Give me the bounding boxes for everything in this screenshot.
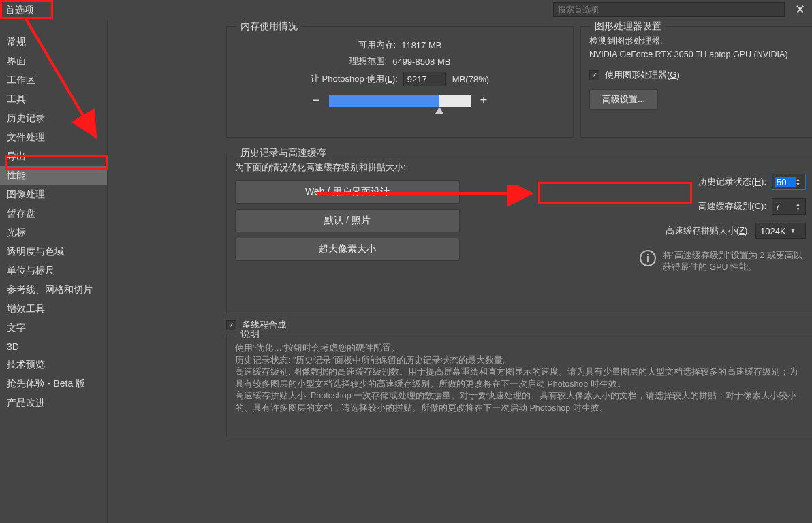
ideal-value: 6499-8508 MB — [392, 57, 450, 67]
sidebar-item[interactable]: 光标 — [0, 223, 107, 242]
arrow-annotation-icon — [14, 14, 116, 157]
desc-line1: 使用"优化…"按钮时会考虑您的硬件配置。 — [235, 343, 806, 355]
description-title: 说明 — [236, 328, 264, 340]
memory-usage-group: 内存使用情况 可用内存: 11817 MB 理想范围: 6499-8508 MB… — [226, 26, 574, 138]
arrow-annotation-icon — [313, 185, 545, 206]
memory-slider[interactable] — [329, 95, 471, 107]
use-gpu-label: 使用图形处理器(G) — [605, 69, 680, 81]
sidebar-item[interactable]: 参考线、网格和切片 — [0, 281, 107, 300]
svg-line-0 — [26, 19, 95, 136]
slider-thumb-icon[interactable] — [435, 107, 443, 114]
sidebar-item[interactable]: 文字 — [0, 319, 107, 338]
info-icon: i — [640, 250, 656, 266]
chevron-down-icon[interactable]: ▼ — [790, 227, 796, 234]
sidebar-item[interactable]: 3D — [0, 338, 107, 355]
annotation-box — [5, 155, 108, 170]
cache-tile-label: 高速缓存拼贴大小(Z): — [666, 225, 750, 237]
advanced-settings-button[interactable]: 高级设置... — [589, 89, 658, 110]
plus-icon[interactable]: + — [478, 93, 490, 108]
ideal-label: 理想范围: — [349, 55, 388, 67]
use-gpu-checkbox[interactable] — [589, 70, 599, 80]
desc-line4: 高速缓存拼贴大小: Photoshop 一次存储或处理的数据量。对于要快速处理的… — [235, 390, 806, 414]
cache-level-input[interactable]: 7 ▲▼ — [772, 198, 806, 215]
search-input[interactable] — [553, 2, 785, 17]
available-label: 可用内存: — [358, 39, 396, 51]
optimize-label: 为下面的情况优化高速缓存级别和拼贴大小: — [235, 161, 487, 174]
history-states-input[interactable]: 50 ▲▼ — [772, 174, 806, 190]
cache-tile-dropdown[interactable]: 1024K ▼ — [755, 223, 806, 239]
annotation-box — [538, 182, 692, 204]
preset-huge-button[interactable]: 超大像素大小 — [235, 238, 460, 261]
sidebar-item[interactable]: 抢先体验 - Beta 版 — [0, 375, 107, 394]
chevron-up-icon[interactable]: ▲ — [796, 177, 802, 182]
cache-tip: 将"高速缓存级别"设置为 2 或更高以获得最佳的 GPU 性能。 — [663, 250, 806, 273]
memory-input[interactable] — [403, 72, 446, 86]
detected-value: NVIDIA GeForce RTX 3050 Ti Laptop GPU (N… — [589, 50, 806, 59]
sidebar-item[interactable]: 单位与标尺 — [0, 262, 107, 281]
chevron-down-icon[interactable]: ▼ — [796, 182, 802, 187]
sidebar-item[interactable]: 增效工具 — [0, 300, 107, 319]
description-group: 说明 使用"优化…"按钮时会考虑您的硬件配置。 历史记录状态: "历史记录"面板… — [226, 334, 812, 437]
chevron-down-icon[interactable]: ▼ — [796, 206, 802, 211]
detected-label: 检测到图形处理器: — [589, 35, 806, 47]
sidebar-item[interactable]: 透明度与色域 — [0, 242, 107, 262]
sidebar-item[interactable]: 产品改进 — [0, 394, 107, 413]
close-icon[interactable]: ✕ — [793, 3, 807, 16]
history-cache-group: 历史记录与高速缓存 为下面的情况优化高速缓存级别和拼贴大小: Web / 用户界… — [226, 153, 812, 313]
gpu-settings-group: 图形处理器设置 检测到图形处理器: NVIDIA GeForce RTX 305… — [580, 26, 812, 138]
sidebar-item[interactable]: 暂存盘 — [0, 204, 107, 223]
history-title: 历史记录与高速缓存 — [236, 147, 330, 159]
available-value: 11817 MB — [401, 40, 441, 50]
memory-title: 内存使用情况 — [236, 20, 302, 33]
sidebar-item[interactable]: 技术预览 — [0, 355, 107, 375]
desc-line3: 高速缓存级别: 图像数据的高速缓存级别数。用于提高屏幕重绘和直方图显示的速度。请… — [235, 366, 806, 390]
multithread-checkbox[interactable] — [226, 320, 236, 330]
let-use-label: 让 Photoshop 使用(L): — [311, 73, 398, 85]
gpu-title: 图形处理器设置 — [591, 20, 666, 33]
history-states-label: 历史记录状态(H): — [698, 176, 766, 188]
desc-line2: 历史记录状态: "历史记录"面板中所能保留的历史记录状态的最大数量。 — [235, 355, 806, 367]
chevron-up-icon[interactable]: ▲ — [796, 202, 802, 206]
memory-unit: MB(78%) — [452, 74, 489, 84]
minus-icon[interactable]: − — [310, 93, 322, 108]
cache-level-label: 高速缓存级别(C): — [698, 200, 766, 212]
sidebar-item[interactable]: 图像处理 — [0, 185, 107, 204]
preset-default-button[interactable]: 默认 / 照片 — [235, 209, 460, 232]
